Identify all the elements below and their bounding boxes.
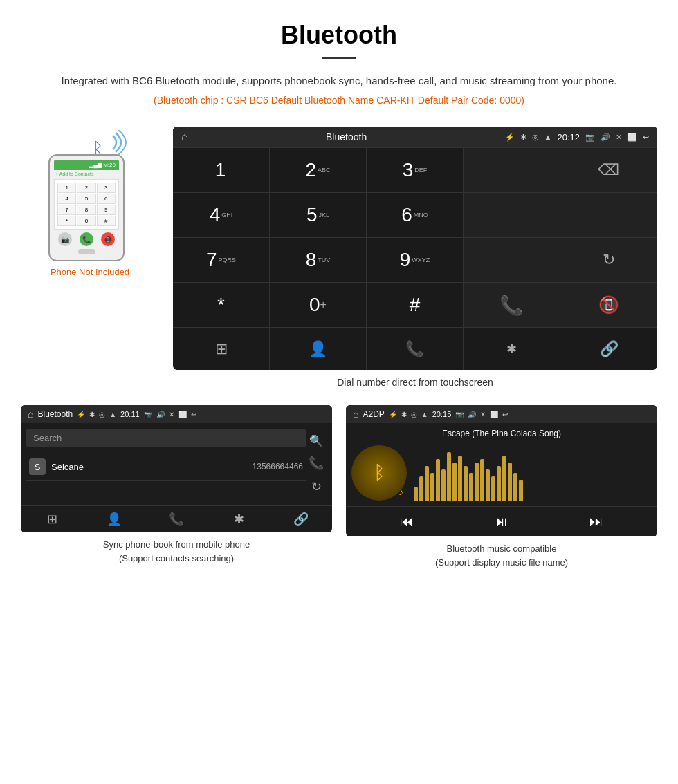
- dial-title: Bluetooth: [194, 131, 500, 142]
- visualizer-bar: [458, 456, 462, 501]
- music-time: 20:15: [432, 410, 452, 418]
- visualizer-bar: [447, 452, 451, 501]
- phone-call-btn[interactable]: 📞: [80, 232, 93, 246]
- usb-icon: ⚡: [505, 133, 515, 142]
- pb-title: Bluetooth: [37, 409, 73, 419]
- dial-refresh-btn[interactable]: ↻: [560, 238, 657, 283]
- dial-key-8[interactable]: 8TUV: [270, 238, 367, 283]
- dial-key-hash[interactable]: #: [367, 283, 464, 328]
- phonebook-main: Search S Seicane 13566664466 🔍 📞 ↻: [26, 429, 327, 500]
- dial-phone-btn[interactable]: 📞: [367, 328, 464, 370]
- title-divider: [322, 57, 356, 59]
- phone-key-hash[interactable]: #: [97, 216, 116, 226]
- dial-key-0[interactable]: 0+: [270, 283, 367, 328]
- phonebook-icons-right: 🔍 📞 ↻: [306, 429, 327, 500]
- dial-key-star[interactable]: *: [173, 283, 270, 328]
- pb-win-icon[interactable]: ⬜: [178, 411, 187, 418]
- music-song-title: Escape (The Pina Colada Song): [351, 429, 652, 438]
- dial-key-1[interactable]: 1: [173, 148, 270, 193]
- music-caption-line1: Bluetooth music compatible: [447, 543, 557, 554]
- pb-bt-bottom-btn[interactable]: ✱: [208, 512, 270, 527]
- music-sig-icon: ▲: [421, 411, 428, 418]
- music-next-btn[interactable]: ⏭: [589, 514, 603, 530]
- music-win-icon[interactable]: ⬜: [490, 411, 498, 418]
- phone-key-4[interactable]: 4: [57, 194, 76, 204]
- pb-refresh-right-icon[interactable]: ↻: [311, 479, 322, 494]
- phonebook-search[interactable]: Search: [26, 429, 306, 447]
- phone-key-2[interactable]: 2: [77, 183, 95, 193]
- delete-icon: ⌫: [598, 161, 619, 179]
- phone-key-8[interactable]: 8: [77, 205, 95, 215]
- phone-key-6[interactable]: 6: [97, 194, 116, 204]
- close-icon[interactable]: ✕: [616, 133, 622, 142]
- dial-contacts-btn[interactable]: 👤: [270, 328, 367, 370]
- pb-call-right-icon[interactable]: 📞: [309, 456, 324, 471]
- music-home-icon[interactable]: ⌂: [353, 409, 358, 420]
- music-back-icon[interactable]: ↩: [502, 411, 508, 418]
- window-icon[interactable]: ⬜: [627, 133, 637, 142]
- phonebook-contact: S Seicane 13566664466: [26, 453, 306, 481]
- dial-status-bar: ⌂ Bluetooth ⚡ ✱ ◎ ▲ 20:12 📷 🔊 ✕ ⬜ ↩: [173, 127, 657, 147]
- dial-time: 20:12: [557, 132, 580, 142]
- dial-key-3[interactable]: 3DEF: [367, 148, 464, 193]
- page-title: Bluetooth: [42, 21, 636, 50]
- pb-link-btn[interactable]: 🔗: [270, 512, 332, 527]
- music-camera-icon[interactable]: 📷: [455, 411, 464, 418]
- visualizer-bar: [464, 466, 468, 501]
- dial-call-red-btn[interactable]: 📵: [560, 283, 657, 328]
- dial-key-9[interactable]: 9WXYZ: [367, 238, 464, 283]
- red-call-icon: 📵: [598, 295, 619, 315]
- music-visualizer: [414, 445, 652, 501]
- visualizer-bar: [502, 456, 506, 501]
- pb-search-icon[interactable]: 🔍: [309, 434, 323, 447]
- home-icon[interactable]: ⌂: [181, 131, 188, 143]
- phone-key-9[interactable]: 9: [97, 205, 116, 215]
- dial-key-6[interactable]: 6MNO: [367, 193, 464, 238]
- phone-key-5[interactable]: 5: [77, 194, 95, 204]
- pb-home-icon[interactable]: ⌂: [28, 409, 33, 420]
- phone-key-1[interactable]: 1: [57, 183, 76, 193]
- phone-home-btn[interactable]: [78, 249, 95, 254]
- music-prev-btn[interactable]: ⏮: [400, 514, 414, 530]
- dial-grid-btn[interactable]: ⊞: [173, 328, 270, 370]
- green-call-icon: 📞: [500, 294, 524, 317]
- pb-phone-btn[interactable]: 📞: [145, 512, 208, 527]
- phone-key-star[interactable]: *: [57, 216, 76, 226]
- visualizer-bar: [469, 473, 473, 501]
- pb-vol-icon[interactable]: 🔊: [156, 411, 165, 418]
- visualizer-bar: [475, 463, 479, 501]
- pb-camera-icon[interactable]: 📷: [144, 411, 152, 418]
- music-vol-icon[interactable]: 🔊: [468, 411, 476, 418]
- phone-end-btn[interactable]: 📵: [101, 232, 115, 246]
- phone-key-7[interactable]: 7: [57, 205, 76, 215]
- dial-link-btn[interactable]: 🔗: [560, 328, 657, 370]
- visualizer-bar: [425, 466, 429, 501]
- phone-key-0[interactable]: 0: [77, 216, 95, 226]
- dial-call-green-btn[interactable]: 📞: [464, 283, 560, 328]
- volume-icon[interactable]: 🔊: [601, 133, 610, 142]
- contact-name: Seicane: [51, 462, 253, 472]
- pb-x-icon[interactable]: ✕: [169, 411, 174, 418]
- music-x-icon[interactable]: ✕: [480, 411, 486, 418]
- pb-user-btn[interactable]: 👤: [83, 512, 145, 527]
- dial-key-4[interactable]: 4GHI: [173, 193, 270, 238]
- visualizer-bar: [508, 463, 512, 501]
- phonebook-status-bar: ⌂ Bluetooth ⚡ ✱ ◎ ▲ 20:11 📷 🔊 ✕ ⬜ ↩: [21, 405, 332, 423]
- visualizer-bar: [486, 469, 490, 501]
- music-bt-icon: ✱: [401, 411, 407, 418]
- phone-key-3[interactable]: 3: [97, 183, 116, 193]
- music-caption: Bluetooth music compatible (Support disp…: [346, 542, 657, 569]
- pb-back-icon[interactable]: ↩: [191, 411, 196, 418]
- back-icon[interactable]: ↩: [643, 133, 649, 142]
- camera-icon[interactable]: 📷: [585, 133, 595, 142]
- phone-body: ▂▄▆ M:20 + Add to Contacts 1 2 3 4 5 6 7…: [48, 154, 125, 261]
- dial-key-2[interactable]: 2ABC: [270, 148, 367, 193]
- phone-camera-btn[interactable]: 📷: [58, 232, 72, 246]
- dial-delete-btn[interactable]: ⌫: [560, 148, 657, 193]
- pb-grid-btn[interactable]: ⊞: [21, 512, 83, 527]
- music-screen: ⌂ A2DP ⚡ ✱ ◎ ▲ 20:15 📷 🔊 ✕ ⬜ ↩ Escape (T…: [346, 405, 657, 536]
- dial-key-7[interactable]: 7PQRS: [173, 238, 270, 283]
- dial-key-5[interactable]: 5JKL: [270, 193, 367, 238]
- music-play-pause-btn[interactable]: ⏯: [495, 514, 508, 530]
- dial-bt-btn[interactable]: ✱: [464, 328, 560, 370]
